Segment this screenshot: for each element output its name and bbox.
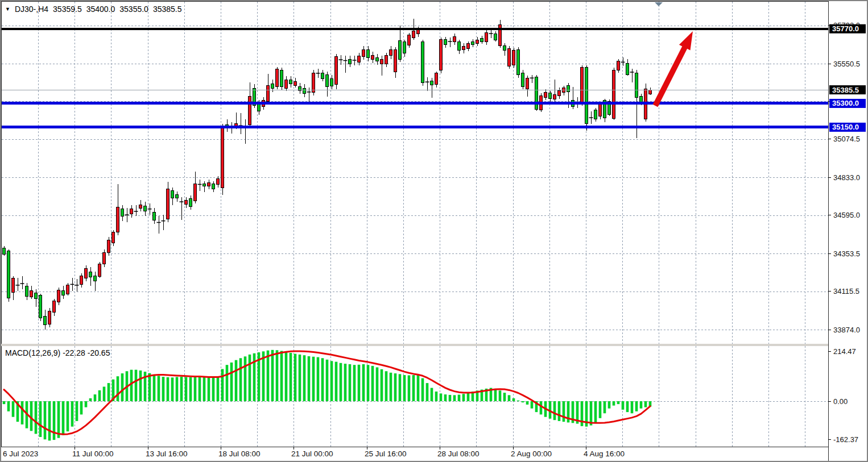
chart-window: 35792.035550.535312.535074.534833.034595… bbox=[0, 0, 868, 462]
window-border bbox=[0, 0, 868, 462]
